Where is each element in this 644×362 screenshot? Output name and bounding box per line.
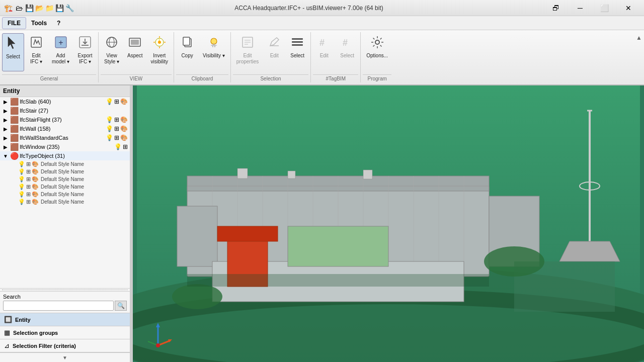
menu-tools[interactable]: Tools [26, 18, 52, 29]
win-grid-icon[interactable]: ⊞ [123, 143, 128, 150]
tree-child-1[interactable]: 💡 ⊞ 🎨 Default Style Name [0, 160, 130, 168]
menu-help[interactable]: ? [52, 18, 65, 29]
tree-row-ifcwindow[interactable]: ▶ 🟫 IfcWindow (235) 💡 ⊞ [0, 142, 130, 151]
c4-color-icon[interactable]: 🎨 [32, 184, 39, 190]
c1-grid-icon[interactable]: ⊞ [26, 161, 31, 167]
tree-child-4[interactable]: 💡 ⊞ 🎨 Default Style Name [0, 183, 130, 191]
dotted-divider [2, 290, 128, 290]
edit-button[interactable]: Edit [263, 33, 285, 71]
tree-child-6[interactable]: 💡 ⊞ 🎨 Default Style Name [0, 198, 130, 206]
aspect-button[interactable]: Aspect [124, 33, 146, 71]
child4-label: Default Style Name [41, 184, 84, 190]
view-style-button[interactable]: ViewStyle ▾ [101, 33, 123, 71]
c4-vis-icon[interactable]: 💡 [18, 184, 25, 190]
wsc-color-icon[interactable]: 🎨 [120, 134, 128, 141]
expand-ifcstairflight[interactable]: ▶ [2, 117, 9, 123]
tag-edit-button[interactable]: # Edit [313, 33, 335, 71]
c4-grid-icon[interactable]: ⊞ [26, 184, 31, 190]
c6-color-icon[interactable]: 🎨 [32, 199, 39, 205]
save-icon[interactable]: 💾 [25, 4, 33, 12]
c2-grid-icon[interactable]: ⊞ [26, 168, 31, 175]
search-input[interactable] [3, 301, 114, 311]
tree-child-3[interactable]: 💡 ⊞ 🎨 Default Style Name [0, 175, 130, 183]
invert-visibility-button[interactable]: Invertvisibility [147, 33, 172, 71]
c5-color-icon[interactable]: 🎨 [32, 191, 39, 198]
tag-select-button[interactable]: # Select [336, 33, 358, 71]
tree-row-ifcwall[interactable]: ▶ 🟫 IfcWall (158) 💡 ⊞ 🎨 [0, 124, 130, 133]
c2-vis-icon[interactable]: 💡 [18, 168, 25, 175]
expand-ifcstair[interactable]: ▶ [2, 108, 9, 114]
wall-color-icon[interactable]: 🎨 [120, 125, 128, 132]
export-ifc-button[interactable]: ExportIFC ▾ [74, 33, 96, 71]
ifc-typeobject-icon: 🔴 [10, 152, 19, 160]
menu-file[interactable]: FILE [2, 17, 26, 29]
settings-icon[interactable]: 🔧 [65, 4, 73, 12]
search-row: 🔍 [3, 301, 127, 311]
edit-ifc-label: EditIFC ▾ [30, 53, 42, 65]
save2-icon[interactable]: 💾 [55, 4, 63, 12]
select2-button[interactable]: Select [286, 33, 308, 71]
sf-grid-icon[interactable]: ⊞ [114, 116, 119, 123]
c5-vis-icon[interactable]: 💡 [18, 191, 25, 198]
wsc-grid-icon[interactable]: ⊞ [114, 134, 119, 141]
c3-vis-icon[interactable]: 💡 [18, 176, 25, 183]
tab-selection-filter[interactable]: ⊿ Selection Filter (criteria) [0, 339, 130, 352]
clipboard-group-label: Clipboard [176, 74, 228, 81]
c2-color-icon[interactable]: 🎨 [32, 168, 39, 175]
sf-vis-icon[interactable]: 💡 [106, 116, 113, 123]
slab-vis-icon[interactable]: 💡 [106, 98, 113, 105]
edit-properties-label: Editproperties [236, 53, 259, 65]
tree-row-ifcslab[interactable]: ▶ 🟫 IfcSlab (640) 💡 ⊞ 🎨 [0, 97, 130, 106]
tree-child-5[interactable]: 💡 ⊞ 🎨 Default Style Name [0, 191, 130, 198]
tree-row-ifcwallstdcase[interactable]: ▶ 🟫 IfcWallStandardCas 💡 ⊞ 🎨 [0, 133, 130, 142]
expand-ifcwall[interactable]: ▶ [2, 126, 9, 132]
win-vis-icon[interactable]: 💡 [114, 143, 122, 150]
child3-actions: 💡 ⊞ 🎨 [18, 176, 39, 183]
open-icon[interactable]: 📂 [35, 4, 43, 12]
tree-row-ifcstair[interactable]: ▶ 🟫 IfcStair (27) [0, 106, 130, 115]
slab-grid-icon[interactable]: ⊞ [114, 98, 119, 105]
panel-expand-btn[interactable]: ▼ [0, 352, 130, 362]
restore-button[interactable]: 🗗 [544, 0, 568, 16]
add-model-button[interactable]: + Addmodel ▾ [48, 33, 73, 71]
view-group-label: VIEW [101, 74, 172, 81]
edit-ifc-button[interactable]: EditIFC ▾ [25, 33, 47, 71]
c1-vis-icon[interactable]: 💡 [18, 161, 25, 167]
tree-row-ifcstairflight[interactable]: ▶ 🟫 IfcStairFlight (37) 💡 ⊞ 🎨 [0, 115, 130, 124]
wsc-vis-icon[interactable]: 💡 [106, 134, 113, 141]
sf-color-icon[interactable]: 🎨 [120, 116, 128, 123]
tab-selection-groups[interactable]: ▦ Selection groups [0, 326, 130, 339]
wall-vis-icon[interactable]: 💡 [106, 125, 113, 132]
options-button[interactable]: Options... [363, 33, 391, 71]
visibility-button[interactable]: Visibility ▾ [199, 33, 228, 71]
viewport[interactable] [133, 85, 644, 362]
c3-color-icon[interactable]: 🎨 [32, 176, 39, 183]
maximize-button[interactable]: ⬜ [593, 0, 616, 16]
wall-grid-icon[interactable]: ⊞ [114, 125, 119, 132]
copy-button[interactable]: Copy [176, 33, 198, 71]
expand-ifctypeobject[interactable]: ▼ [2, 153, 9, 159]
c6-vis-icon[interactable]: 💡 [18, 199, 25, 205]
select-button[interactable]: Select [2, 33, 24, 71]
tree-child-2[interactable]: 💡 ⊞ 🎨 Default Style Name [0, 168, 130, 175]
minimize-button[interactable]: ─ [569, 0, 592, 16]
search-button[interactable]: 🔍 [115, 301, 127, 311]
close-button[interactable]: ✕ [617, 0, 640, 16]
expand-ifcslab[interactable]: ▶ [2, 99, 9, 105]
invert-visibility-label: Invertvisibility [151, 53, 168, 65]
open2-icon[interactable]: 📁 [45, 4, 53, 12]
c5-grid-icon[interactable]: ⊞ [26, 191, 31, 198]
c6-grid-icon[interactable]: ⊞ [26, 199, 31, 205]
entity-tree[interactable]: ▶ 🟫 IfcSlab (640) 💡 ⊞ 🎨 ▶ 🟫 IfcStair (27… [0, 97, 130, 288]
tab-entity[interactable]: 🔲 Entity [0, 313, 130, 326]
expand-ifcwindow[interactable]: ▶ [2, 144, 9, 150]
slab-color-icon[interactable]: 🎨 [120, 98, 128, 105]
select2-label: Select [290, 53, 304, 59]
tree-row-ifctypeobject[interactable]: ▼ 🔴 IfcTypeObject (31) [0, 151, 130, 160]
c3-grid-icon[interactable]: ⊞ [26, 176, 31, 183]
expand-ifcwallstdcase[interactable]: ▶ [2, 135, 9, 141]
edit-properties-button[interactable]: Editproperties [233, 33, 262, 71]
c1-color-icon[interactable]: 🎨 [32, 161, 39, 167]
new-icon[interactable]: 🗁 [15, 4, 23, 12]
ribbon-collapse-button[interactable]: ▲ [636, 34, 642, 41]
